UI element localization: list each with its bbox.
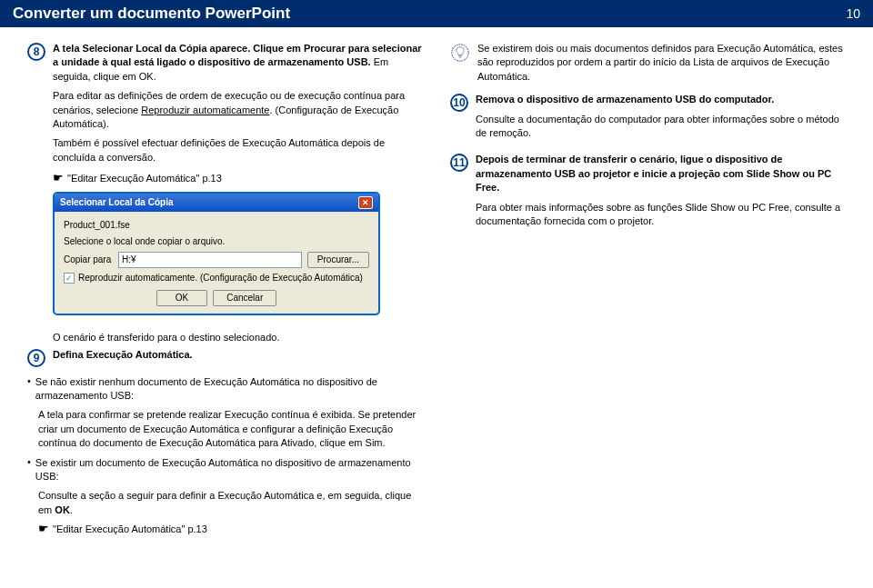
step9-b2-detail: Consulte a seção a seguir para definir a… — [27, 489, 423, 517]
step10-p2: Consulte a documentação do computador pa… — [476, 113, 846, 141]
dialog-copy-row: Copiar para H:¥ Procurar... — [64, 252, 369, 268]
step9-title: Defina Execução Automática. — [53, 348, 423, 362]
dialog-path-input[interactable]: H:¥ — [118, 252, 302, 268]
content-area: 8 A tela Selecionar Local da Cópia apare… — [0, 27, 873, 550]
page-header: Converter um documento PowerPoint 10 — [0, 0, 873, 27]
dialog-window: Selecionar Local da Cópia ✕ Product_001.… — [53, 192, 380, 315]
transfer-note: O cenário é transferido para o destino s… — [27, 332, 423, 343]
dialog-checkbox-row: ✓ Reproduzir automaticamente. (Configura… — [64, 272, 369, 284]
step9-b2-ok: OK — [55, 504, 70, 515]
dialog-instruction: Selecione o local onde copiar o arquivo. — [64, 235, 369, 248]
header-title: Converter um documento PowerPoint — [13, 5, 290, 23]
checkbox-icon[interactable]: ✓ — [64, 273, 75, 284]
right-column: Se existirem dois ou mais documentos def… — [450, 42, 846, 541]
step8-p1: A tela Selecionar Local da Cópia aparece… — [53, 42, 423, 84]
step-8: 8 A tela Selecionar Local da Cópia apare… — [27, 42, 423, 324]
step9-b1: Se não existir nenhum documento de Execu… — [35, 376, 377, 401]
step9-ref: ☛"Editar Execução Automática" p.13 — [27, 521, 423, 537]
step10-p1: Remova o dispositivo de armazenamento US… — [476, 93, 846, 106]
dialog-title-text: Selecionar Local da Cópia — [60, 196, 173, 209]
step9-b1-detail: A tela para confirmar se pretende realiz… — [27, 408, 423, 450]
step9-bullet2: • Se existir um documento de Execução Au… — [27, 456, 423, 484]
dialog-filename: Product_001.fse — [64, 219, 369, 232]
step-body: A tela Selecionar Local da Cópia aparece… — [53, 42, 423, 324]
pointer-icon: ☛ — [53, 171, 64, 184]
dialog-actions: OK Cancelar — [64, 290, 369, 306]
ok-button[interactable]: OK — [156, 290, 207, 306]
step8-ref: ☛"Editar Execução Automática" p.13 — [53, 170, 423, 186]
step-10: 10 Remova o dispositivo de armazenamento… — [450, 93, 846, 145]
step8-p2: Para editar as definições de ordem de ex… — [53, 89, 423, 131]
step-body: Depois de terminar de transferir o cenár… — [476, 153, 846, 234]
step-body: Defina Execução Automática. — [53, 348, 423, 367]
header-page-number: 10 — [846, 6, 860, 21]
bullet-icon: • — [27, 375, 31, 404]
step9-b2a: Consulte a seção a seguir para definir a… — [38, 490, 411, 514]
step-body: Remova o dispositivo de armazenamento US… — [476, 93, 846, 145]
bullet-icon: • — [27, 456, 31, 484]
step8-p2-underline: Reproduzir automaticamente — [141, 105, 269, 115]
step8-p1-bold: A tela Selecionar Local da Cópia aparece… — [53, 43, 422, 67]
tip-block: Se existirem dois ou mais documentos def… — [450, 42, 846, 84]
step-number: 11 — [450, 154, 468, 172]
dialog-checkbox-label: Reproduzir automaticamente. (Configuraçã… — [78, 272, 363, 284]
left-column: 8 A tela Selecionar Local da Cópia apare… — [27, 42, 423, 541]
step11-p2: Para obter mais informações sobre as fun… — [476, 201, 846, 229]
step-number: 10 — [450, 94, 468, 112]
step9-b2: Se existir um documento de Execução Auto… — [35, 457, 411, 482]
step-number: 9 — [27, 349, 45, 367]
dialog-copy-label: Copiar para — [64, 254, 118, 266]
step11-p1: Depois de terminar de transferir o cenár… — [476, 153, 846, 194]
step9-ref-text: "Editar Execução Automática" p.13 — [53, 523, 207, 534]
tip-text: Se existirem dois ou mais documentos def… — [477, 42, 846, 84]
step9-bullet1: • Se não existir nenhum documento de Exe… — [27, 375, 423, 404]
transfer-text: O cenário é transferido para o destino s… — [53, 332, 423, 343]
step-11: 11 Depois de terminar de transferir o ce… — [450, 153, 846, 234]
bullet-body: Se não existir nenhum documento de Execu… — [35, 375, 423, 404]
step9-b2c: . — [70, 504, 73, 515]
pointer-icon: ☛ — [38, 522, 49, 535]
step8-p3: Também é possível efectuar definições de… — [53, 136, 423, 164]
step-9: 9 Defina Execução Automática. — [27, 348, 423, 367]
step-number: 8 — [27, 43, 45, 61]
browse-button[interactable]: Procurar... — [307, 252, 369, 268]
dialog-titlebar: Selecionar Local da Cópia ✕ — [55, 194, 378, 212]
lightbulb-icon — [450, 43, 470, 63]
close-icon[interactable]: ✕ — [358, 196, 373, 209]
dialog-body: Product_001.fse Selecione o local onde c… — [55, 212, 378, 314]
cancel-button[interactable]: Cancelar — [213, 290, 276, 306]
bullet-body: Se existir um documento de Execução Auto… — [35, 456, 423, 484]
step8-ref-text: "Editar Execução Automática" p.13 — [67, 173, 222, 184]
